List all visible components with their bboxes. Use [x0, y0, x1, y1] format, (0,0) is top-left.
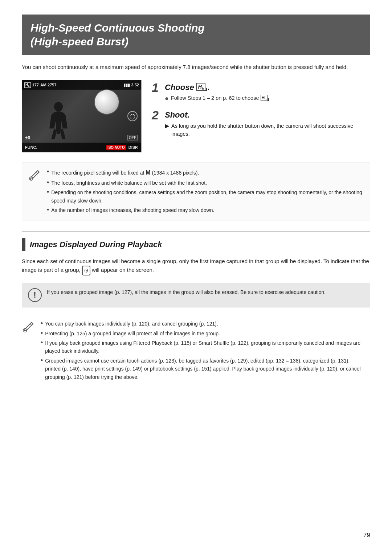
arrow-triangle: ▶ [165, 122, 169, 130]
steps-row: Hb 177 AM 2757 ▮▮▮ 3 52 ◯ [22, 80, 370, 152]
pencil-icon-container [28, 168, 42, 182]
page: High-Speed Continuous Shooting (High-spe… [0, 0, 392, 552]
notes-box-1: • The recording pixel setting will be fi… [22, 163, 370, 221]
note-dot-3: • [47, 188, 49, 196]
step-1-body: Choose Hb . ● Follow Steps 1 – 2 on p. 6… [165, 83, 370, 102]
section-divider [22, 231, 370, 232]
step-1-icon-inline: Hb [261, 95, 268, 101]
off-badge: OFF [127, 135, 138, 140]
step-2-title: Shoot. [165, 110, 370, 120]
step-1-title: Choose Hb . [165, 83, 370, 92]
hud-func: FUNC. [25, 145, 37, 150]
step-2-number: 2 [152, 109, 161, 121]
warning-icon: ! [28, 288, 42, 302]
step-1-icon: Hb [196, 83, 206, 91]
note2-bullet-3: • If you play back grouped images using … [41, 339, 364, 355]
note-bullet-3: • Depending on the shooting conditions, … [47, 188, 364, 205]
note-bullet-4: • As the number of images increases, the… [47, 206, 364, 214]
steps-content: 1 Choose Hb . ● Follow Steps 1 – 2 on p.… [152, 80, 370, 146]
pencil-icon-2 [23, 321, 34, 332]
note2-dot-2: • [41, 330, 43, 338]
m-icon: M [146, 169, 150, 176]
circle-icon: ◯ [127, 111, 138, 121]
pencil-icon [29, 169, 41, 181]
camera-image: Hb 177 AM 2757 ▮▮▮ 3 52 ◯ [22, 80, 142, 152]
note2-dot-3: • [41, 339, 43, 347]
bullet-dot: ● [165, 95, 169, 102]
note-dot-1: • [47, 168, 49, 176]
hud-icon-hb: Hb [24, 82, 31, 88]
svg-point-0 [54, 102, 63, 111]
warning-box: ! If you erase a grouped image (p. 127),… [22, 283, 370, 307]
hud-disp: DISP. [128, 145, 138, 150]
step-2-body: Shoot. ▶ As long as you hold the shutter… [165, 110, 370, 138]
title-box: High-Speed Continuous Shooting (High-spe… [22, 15, 370, 55]
warning-content: If you erase a grouped image (p. 127), a… [47, 288, 326, 296]
page-title: High-Speed Continuous Shooting (High-spe… [30, 21, 362, 48]
hud-iso: ISO AUTO [106, 145, 126, 150]
notes-box-2: • You can play back images individually … [22, 315, 370, 388]
note-dot-2: • [47, 179, 49, 187]
notes-content-1: • The recording pixel setting will be fi… [47, 168, 364, 216]
note2-bullet-1: • You can play back images individually … [41, 320, 364, 328]
section-2-body: Since each set of continuous images will… [22, 257, 370, 275]
plus-zero: ±0 [25, 135, 30, 140]
hud-icon-signal: 3 52 [131, 83, 139, 87]
note2-dot-1: • [41, 320, 43, 328]
hud-bottom: FUNC. ISO AUTO DISP. [22, 143, 141, 152]
note2-bullet-2: • Protecting (p. 125) a grouped image wi… [41, 330, 364, 338]
hud-top: Hb 177 AM 2757 ▮▮▮ 3 52 [22, 80, 141, 90]
note-dot-4: • [47, 206, 49, 214]
page-number: 79 [363, 532, 370, 539]
step-1-number: 1 [152, 81, 161, 94]
note2-dot-4: • [41, 357, 43, 365]
section-heading-bar [22, 238, 25, 251]
step-1-bullet: ● Follow Steps 1 – 2 on p. 62 to choose … [165, 94, 370, 102]
hud-icon-mode: 177 [32, 83, 39, 87]
note-bullet-1: • The recording pixel setting will be fi… [47, 168, 364, 177]
pencil-icon-2-container [22, 320, 36, 334]
section-2-title: Images Displayed During Playback [30, 240, 162, 249]
notes-content-2: • You can play back images individually … [41, 320, 364, 383]
person-silhouette [44, 101, 73, 141]
note-bullet-2: • The focus, brightness and white balanc… [47, 179, 364, 187]
step-2-arrow: ▶ As long as you hold the shutter button… [165, 122, 370, 138]
step-2: 2 Shoot. ▶ As long as you hold the shutt… [152, 110, 370, 138]
intro-text: You can shoot continuously at a maximum … [22, 63, 370, 71]
hud-icon-time: AM 2757 [40, 83, 57, 87]
group-icon: ◶ [82, 266, 90, 275]
note2-bullet-4: • Grouped images cannot use certain touc… [41, 357, 364, 381]
hud-icon-battery: ▮▮▮ [123, 83, 130, 87]
ball-object [94, 89, 119, 115]
section-2-heading: Images Displayed During Playback [22, 238, 370, 251]
step-1: 1 Choose Hb . ● Follow Steps 1 – 2 on p.… [152, 83, 370, 102]
hud-bottom-right: ISO AUTO DISP. [106, 145, 138, 150]
